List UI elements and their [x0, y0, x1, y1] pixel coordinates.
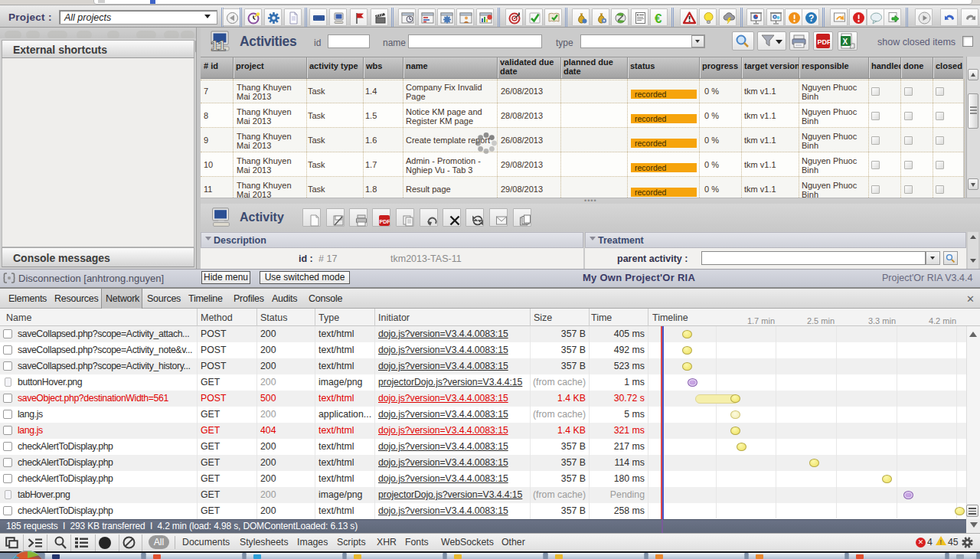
svg-text:X: X: [843, 38, 848, 46]
svg-text:PDF: PDF: [380, 219, 391, 224]
svg-text:?: ?: [808, 13, 814, 24]
svg-text:€: €: [655, 11, 662, 25]
svg-text:11: 11: [211, 38, 227, 54]
svg-text:PDF: PDF: [818, 38, 831, 46]
